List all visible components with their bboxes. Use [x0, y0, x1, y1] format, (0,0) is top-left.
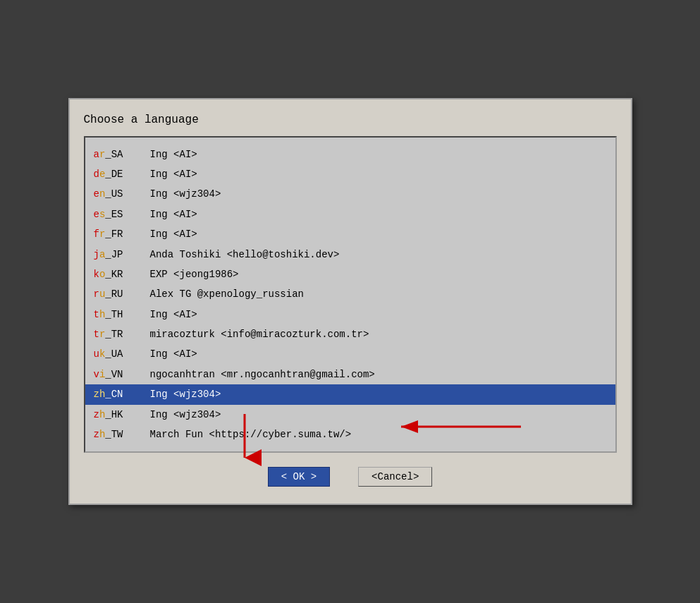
button-row: < OK > <Cancel>: [84, 467, 617, 487]
language-list[interactable]: ar_SAIng <AI>de_DEIng <AI>en_USIng <wjz3…: [84, 136, 617, 453]
dialog-title: Choose a language: [84, 114, 617, 126]
lang-info: Ing <AI>: [150, 346, 197, 362]
lang-info: Ing <wjz304>: [150, 407, 221, 422]
list-item[interactable]: th_THIng <AI>: [85, 305, 615, 324]
list-item[interactable]: uk_UAIng <AI>: [85, 344, 615, 364]
lang-info: Ing <AI>: [150, 166, 197, 182]
list-item[interactable]: tr_TRmiracozturk <info@miracozturk.com.t…: [85, 324, 615, 344]
ok-button[interactable]: < OK >: [268, 467, 330, 487]
list-item[interactable]: zh_HKIng <wjz304>: [85, 405, 615, 425]
language-dialog: Choose a language ar_SAIng <AI>de_DEIng …: [68, 98, 632, 506]
lang-info: Ing <AI>: [150, 226, 197, 242]
lang-info: Ing <wjz304>: [150, 186, 221, 202]
list-item[interactable]: de_DEIng <AI>: [85, 164, 615, 184]
lang-info: Ing <AI>: [150, 207, 197, 222]
list-item[interactable]: es_ESIng <AI>: [85, 205, 615, 224]
lang-info: EXP <jeong1986>: [150, 267, 239, 282]
list-item[interactable]: en_USIng <wjz304>: [85, 184, 615, 204]
lang-info: Anda Toshiki <hello@toshiki.dev>: [150, 247, 340, 262]
lang-info: Ing <AI>: [150, 147, 197, 162]
list-item[interactable]: ar_SAIng <AI>: [85, 145, 615, 164]
list-item[interactable]: zh_CNIng <wjz304>: [85, 384, 615, 404]
list-item[interactable]: zh_TWMarch Fun <https://cyber.suma.tw/>: [85, 425, 615, 444]
lang-info: ngocanhtran <mr.ngocanhtran@gmail.com>: [150, 367, 375, 382]
lang-info: Ing <wjz304>: [150, 386, 221, 402]
lang-info: Ing <AI>: [150, 307, 197, 322]
lang-info: Alex TG @xpenology_russian: [150, 286, 304, 302]
list-item[interactable]: ja_JPAnda Toshiki <hello@toshiki.dev>: [85, 245, 615, 264]
lang-info: March Fun <https://cyber.suma.tw/>: [150, 427, 352, 442]
list-item[interactable]: vi_VNngocanhtran <mr.ngocanhtran@gmail.c…: [85, 365, 615, 384]
list-item[interactable]: fr_FRIng <AI>: [85, 224, 615, 244]
cancel-button[interactable]: <Cancel>: [358, 467, 432, 487]
list-item[interactable]: ko_KREXP <jeong1986>: [85, 264, 615, 284]
lang-info: miracozturk <info@miracozturk.com.tr>: [150, 327, 369, 342]
list-item[interactable]: ru_RUAlex TG @xpenology_russian: [85, 284, 615, 304]
